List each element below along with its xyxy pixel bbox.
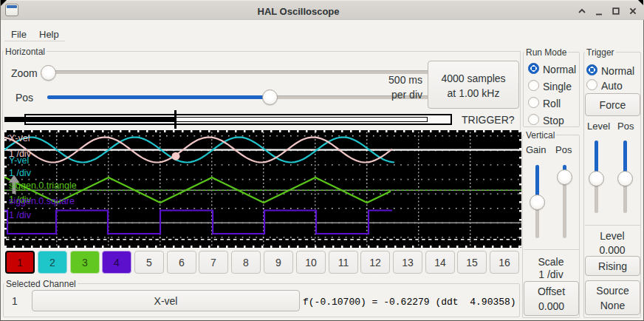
svg-text:1 /div: 1 /div xyxy=(9,210,32,220)
svg-text:1 /div: 1 /div xyxy=(9,168,32,178)
svg-text:siggen.0.triangle: siggen.0.triangle xyxy=(9,180,77,191)
svg-text:Y-vel: Y-vel xyxy=(9,155,29,166)
svg-text:siggen.0.square: siggen.0.square xyxy=(9,196,75,206)
svg-text:X-vel: X-vel xyxy=(9,133,30,143)
